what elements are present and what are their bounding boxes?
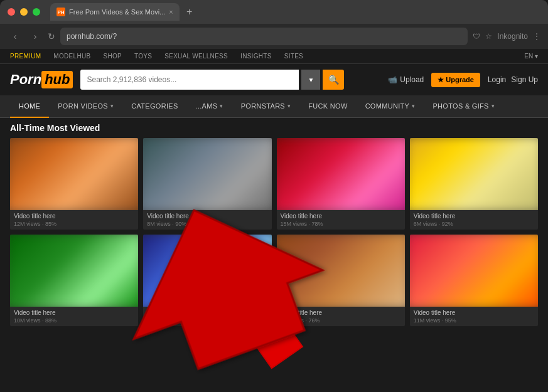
list-item[interactable]: Video title here 6M views · 92% — [410, 138, 538, 230]
top-nav-insights[interactable]: INSIGHTS — [240, 53, 272, 60]
main-header: Porn hub ▼ 🔍 📹 Upload ★ Upgrade — [0, 64, 548, 95]
chevron-down-icon: ▾ — [412, 103, 415, 109]
list-item[interactable]: Video title here 15M views · 78% — [277, 138, 405, 230]
nav-porn-videos[interactable]: PORN VIDEOS ▾ — [49, 95, 122, 118]
video-meta: 10M views · 88% — [14, 317, 134, 324]
site-logo[interactable]: Porn hub — [10, 71, 73, 88]
search-dropdown-button[interactable]: ▼ — [301, 70, 320, 90]
video-title: Video title here — [281, 213, 401, 220]
active-tab[interactable]: PH Free Porn Videos & Sex Movi... × — [50, 3, 180, 21]
new-tab-button[interactable]: + — [182, 4, 197, 19]
video-meta: 6M views · 92% — [414, 221, 534, 227]
list-item[interactable]: Video title here 12M views · 85% — [10, 138, 138, 230]
video-title: Video title here — [14, 213, 134, 220]
signup-link[interactable]: Sign Up — [511, 75, 538, 84]
auth-links: Login Sign Up — [488, 75, 538, 84]
address-actions: 🛡 ☆ Inkognito ⋮ — [473, 32, 540, 41]
top-nav: PREMIUM MODELHUB SHOP TOYS SEXUAL WELLNE… — [0, 49, 548, 64]
address-bar: ‹ › ↻ pornhub.com/? 🛡 ☆ Inkognito ⋮ — [0, 24, 548, 49]
language-selector[interactable]: EN ▾ — [524, 53, 538, 60]
list-item[interactable]: Video title here 10M views · 88% — [10, 235, 138, 326]
list-item[interactable]: Video title here 9M views · 76% — [277, 235, 405, 326]
traffic-lights — [8, 8, 40, 16]
video-section: All-Time Most Viewed Video title here 12… — [0, 118, 548, 392]
nav-home[interactable]: HOME — [10, 95, 49, 118]
nav-fuck-now[interactable]: FUCK NOW — [299, 95, 356, 118]
nav-pornstars[interactable]: PORNSTARS ▾ — [232, 95, 300, 118]
search-input[interactable] — [80, 70, 299, 90]
close-button[interactable] — [8, 8, 15, 16]
back-button[interactable]: ‹ — [8, 31, 23, 41]
top-nav-shop[interactable]: SHOP — [103, 53, 122, 60]
url-bar[interactable]: pornhub.com/? — [60, 28, 468, 45]
bookmark-icon[interactable]: ☆ — [485, 32, 492, 41]
forward-button[interactable]: › — [28, 31, 43, 41]
section-title: All-Time Most Viewed — [10, 123, 538, 133]
video-meta: 12M views · 85% — [14, 221, 134, 227]
video-meta: 7M views · 82% — [147, 317, 267, 324]
top-nav-sites[interactable]: SITES — [284, 53, 303, 60]
url-text: pornhub.com/? — [67, 32, 461, 41]
video-meta: 8M views · 90% — [147, 221, 267, 227]
nav-community[interactable]: COMMUNITY ▾ — [357, 95, 424, 118]
site-content: PREMIUM MODELHUB SHOP TOYS SEXUAL WELLNE… — [0, 49, 548, 392]
list-item[interactable]: Video title here 7M views · 82% — [143, 235, 271, 326]
nav-streams[interactable]: ...AMS ▾ — [187, 95, 232, 118]
search-container: ▼ 🔍 — [80, 70, 344, 90]
camera-icon: 📹 — [388, 75, 397, 84]
upgrade-label: Upgrade — [446, 76, 474, 83]
video-title: Video title here — [414, 309, 534, 316]
upload-button[interactable]: 📹 Upload — [388, 75, 424, 84]
list-item[interactable]: Video title here 8M views · 90% — [143, 138, 271, 230]
video-title: Video title here — [147, 309, 267, 316]
tab-bar: PH Free Porn Videos & Sex Movi... × + — [50, 3, 540, 21]
logo-text-porn: Porn — [10, 72, 41, 88]
top-nav-toys[interactable]: TOYS — [134, 53, 152, 60]
chevron-down-icon: ▾ — [110, 103, 114, 109]
video-meta: 15M views · 78% — [281, 221, 401, 227]
chevron-down-icon: ▾ — [220, 103, 223, 109]
tab-favicon: PH — [56, 8, 65, 16]
chevron-down-icon: ▾ — [287, 103, 291, 109]
incognito-label: Inkognito — [497, 32, 528, 41]
logo-text-hub: hub — [41, 71, 73, 88]
secondary-nav: HOME PORN VIDEOS ▾ CATEGORIES ...AMS ▾ P… — [0, 95, 548, 118]
shield-icon: 🛡 — [473, 32, 480, 41]
more-icon[interactable]: ⋮ — [533, 32, 540, 41]
top-nav-wellness[interactable]: SEXUAL WELLNESS — [164, 53, 228, 60]
login-link[interactable]: Login — [488, 75, 506, 84]
header-actions: 📹 Upload ★ Upgrade Login Sign Up — [388, 73, 538, 87]
video-grid: Video title here 12M views · 85% Video t… — [10, 138, 538, 326]
top-nav-premium[interactable]: PREMIUM — [10, 53, 41, 60]
video-title: Video title here — [281, 309, 401, 316]
refresh-button[interactable]: ↻ — [48, 31, 55, 41]
video-title: Video title here — [14, 309, 134, 316]
video-meta: 9M views · 76% — [281, 317, 401, 324]
minimize-button[interactable] — [20, 8, 28, 16]
title-bar: PH Free Porn Videos & Sex Movi... × + — [0, 0, 548, 24]
video-meta: 11M views · 95% — [414, 317, 534, 324]
nav-photos-gifs[interactable]: PHOTOS & GIFS ▾ — [424, 95, 503, 118]
upload-label: Upload — [400, 75, 424, 84]
top-nav-modelhub[interactable]: MODELHUB — [53, 53, 90, 60]
video-title: Video title here — [147, 213, 267, 220]
maximize-button[interactable] — [33, 8, 40, 16]
site-wrapper: All-Time Most Viewed Video title here 12… — [0, 118, 548, 392]
top-nav-right: EN ▾ — [524, 53, 538, 60]
upgrade-button[interactable]: ★ Upgrade — [431, 73, 480, 87]
list-item[interactable]: Video title here 11M views · 95% — [410, 235, 538, 326]
nav-categories[interactable]: CATEGORIES — [122, 95, 186, 118]
star-icon: ★ — [438, 76, 444, 84]
tab-title: Free Porn Videos & Sex Movi... — [69, 8, 165, 16]
video-title: Video title here — [414, 213, 534, 220]
search-button[interactable]: 🔍 — [323, 70, 344, 90]
chevron-down-icon: ▾ — [492, 103, 495, 109]
tab-close-button[interactable]: × — [169, 8, 173, 16]
search-icon: 🔍 — [328, 75, 339, 85]
